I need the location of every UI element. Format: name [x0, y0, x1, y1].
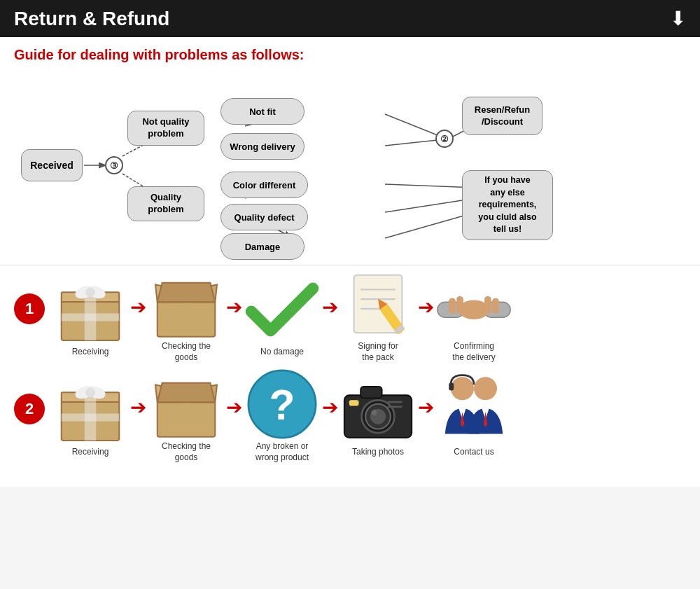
svg-point-61	[451, 377, 474, 400]
step2-label-contact: Contact us	[454, 447, 493, 458]
node-circle3: ③	[105, 156, 123, 174]
svg-point-57	[371, 410, 377, 415]
step1-item-signing: Signing forthe pack	[340, 272, 416, 363]
step-1-items: Receiving ➔	[52, 272, 686, 363]
step2-item-broken: ? Any broken orwrong product	[244, 373, 321, 463]
svg-point-45	[85, 387, 95, 397]
step1-label-confirming: Confirmingthe delivery	[452, 341, 495, 363]
camera-icon	[340, 371, 416, 448]
step-row-2: 2 Receiving	[14, 373, 686, 463]
box-closed-2-icon	[52, 371, 129, 448]
step2-label-receiving: Receiving	[72, 447, 109, 458]
guide-title: Guide for dealing with problems as follo…	[14, 47, 686, 63]
box-open-icon	[148, 265, 225, 342]
svg-point-20	[85, 287, 95, 297]
step2-arrow-3: ➔	[322, 396, 338, 419]
header-arrow: ⬇	[670, 7, 686, 30]
svg-rect-36	[456, 296, 463, 314]
box-open-2-icon	[148, 366, 225, 443]
svg-line-8	[385, 114, 438, 135]
svg-rect-58	[349, 400, 359, 406]
header: Return & Refund ⬇	[0, 0, 700, 37]
step2-arrow-1: ➔	[130, 396, 146, 419]
svg-rect-63	[449, 382, 454, 390]
node-damage: Damage	[220, 233, 304, 260]
step1-arrow-1: ➔	[130, 296, 146, 319]
question-icon: ?	[244, 366, 321, 443]
node-quality-defect: Quality defect	[220, 204, 308, 230]
svg-rect-21	[158, 302, 216, 337]
pencil-signing-icon	[340, 265, 416, 342]
step1-item-receiving: Receiving	[52, 278, 129, 358]
step2-item-contact: Contact us	[435, 378, 512, 458]
step-row-1: 1	[14, 272, 686, 363]
step2-arrow-2: ➔	[226, 396, 242, 419]
svg-rect-37	[492, 298, 499, 314]
node-circle2: ②	[435, 130, 454, 148]
step-number-2: 2	[14, 394, 45, 424]
step2-icon-contact	[435, 378, 512, 441]
node-if-you-have: If you haveany elserequirements,you clul…	[462, 170, 553, 240]
svg-point-62	[474, 377, 497, 400]
step2-icon-receiving	[52, 378, 129, 441]
svg-rect-17	[85, 292, 97, 340]
step2-arrow-4: ➔	[418, 396, 434, 419]
handshake-icon	[435, 265, 512, 342]
person-icon	[435, 371, 512, 448]
step1-icon-signing	[340, 272, 416, 335]
checkmark-icon	[244, 271, 321, 348]
svg-text:?: ?	[270, 381, 295, 429]
node-received: Received	[21, 149, 83, 181]
node-not-quality-problem: Not qualityproblem	[127, 111, 204, 146]
svg-rect-38	[484, 296, 491, 314]
step2-label-checking: Checking thegoods	[162, 441, 211, 463]
step2-icon-checking	[148, 373, 225, 436]
step2-icon-broken: ?	[244, 373, 321, 436]
page-container: Return & Refund ⬇ Guide for dealing with…	[0, 0, 700, 487]
node-quality-problem: Qualityproblem	[127, 186, 204, 221]
step1-item-confirming: Confirmingthe delivery	[435, 272, 512, 363]
node-not-fit: Not fit	[220, 98, 304, 125]
svg-rect-53	[360, 387, 382, 399]
step2-item-checking: Checking thegoods	[148, 373, 225, 463]
node-wrong-delivery: Wrong delivery	[220, 133, 304, 160]
step1-label-receiving: Receiving	[72, 347, 109, 358]
step2-label-broken: Any broken orwrong product	[255, 441, 309, 463]
step1-label-signing: Signing forthe pack	[358, 341, 398, 363]
step1-arrow-2: ➔	[226, 296, 242, 319]
step1-arrow-3: ➔	[322, 296, 338, 319]
header-title: Return & Refund	[14, 8, 169, 30]
step1-icon-checking	[148, 272, 225, 335]
svg-rect-46	[158, 402, 216, 437]
steps-section: 1	[0, 265, 700, 487]
step-number-1: 1	[14, 293, 45, 324]
step1-item-nodamage: No damage	[244, 278, 321, 358]
step-2-items: Receiving ➔ Checking thegoods	[52, 373, 686, 463]
step1-icon-nodamage	[244, 278, 321, 341]
svg-rect-42	[85, 392, 97, 441]
step1-label-checking: Checking thegoods	[162, 341, 211, 363]
step1-arrow-4: ➔	[418, 296, 434, 319]
svg-marker-49	[158, 383, 216, 403]
flowchart: Received ③ Not qualityproblem Qualitypro…	[14, 76, 686, 258]
step1-item-checking: Checking thegoods	[148, 272, 225, 363]
step1-icon-receiving	[52, 278, 129, 341]
step2-item-photos: Taking photos	[340, 378, 416, 458]
svg-rect-35	[449, 298, 456, 314]
step1-label-nodamage: No damage	[260, 347, 304, 358]
step2-icon-photos	[340, 378, 416, 441]
box-closed-icon	[52, 271, 129, 348]
node-color-different: Color different	[220, 172, 308, 198]
guide-section: Guide for dealing with problems as follo…	[0, 37, 700, 258]
svg-marker-24	[158, 283, 216, 303]
svg-line-9	[385, 140, 438, 146]
node-resen-refund: Resen/Refun/Discount	[462, 97, 542, 135]
step2-label-photos: Taking photos	[352, 447, 404, 458]
step2-item-receiving: Receiving	[52, 378, 129, 458]
step1-icon-confirming	[435, 272, 512, 335]
